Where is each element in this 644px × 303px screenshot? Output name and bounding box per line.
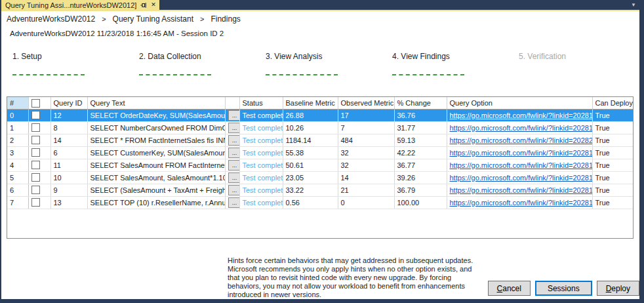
cell-checkbox[interactable] xyxy=(28,146,50,159)
cell-status[interactable]: Test complete xyxy=(239,159,283,171)
column-header-baseline[interactable]: Baseline Metric xyxy=(283,97,338,109)
table-row[interactable]: 012SELECT OrderDateKey, SUM(SalesAmount)… xyxy=(7,109,634,121)
cell-pct-change[interactable]: 100.00 xyxy=(394,196,447,209)
cell-checkbox[interactable] xyxy=(28,171,50,184)
column-header-deploy[interactable]: Can Deploy xyxy=(592,97,634,109)
query-option-link[interactable]: https://go.microsoft.com/fwlink/?linkid=… xyxy=(450,174,593,182)
cell-query-option[interactable]: https://go.microsoft.com/fwlink/?linkid=… xyxy=(447,159,592,171)
cell-status[interactable]: Test complete xyxy=(239,134,283,146)
column-header-check[interactable] xyxy=(28,97,50,109)
query-text-expand-button[interactable]: ... xyxy=(228,148,240,158)
query-text-expand-button[interactable]: ... xyxy=(228,135,240,146)
column-header-qtext[interactable]: Query Text xyxy=(87,97,225,109)
cell-status[interactable]: Test complete xyxy=(239,146,283,159)
query-text-expand-button[interactable]: ... xyxy=(228,185,240,195)
cell-expand[interactable]: ... xyxy=(225,159,239,171)
breadcrumb-item-findings[interactable]: Findings xyxy=(211,14,240,24)
cell-query-id[interactable]: 12 xyxy=(50,109,87,121)
row-checkbox[interactable] xyxy=(31,148,40,157)
row-checkbox[interactable] xyxy=(31,136,40,144)
sessions-button[interactable]: Sessions xyxy=(535,281,592,296)
cell-row-number[interactable]: 4 xyxy=(7,159,28,171)
row-checkbox[interactable] xyxy=(31,186,40,194)
cell-can-deploy[interactable]: True xyxy=(592,184,634,196)
table-row[interactable]: 510SELECT SalesAmount, SalesAmount*1.10 … xyxy=(7,171,634,184)
tab-list-chevron-icon[interactable]: ▼ xyxy=(628,0,639,10)
cell-pct-change[interactable]: 36.76 xyxy=(394,109,447,121)
cell-query-option[interactable]: https://go.microsoft.com/fwlink/?linkid=… xyxy=(447,121,592,134)
table-row[interactable]: 713SELECT TOP (10) r.ResellerName, r.Ann… xyxy=(7,196,634,209)
query-text-expand-button[interactable]: ... xyxy=(228,160,240,171)
column-header-ell[interactable] xyxy=(225,97,239,109)
cell-can-deploy[interactable]: True xyxy=(592,146,634,159)
cell-query-text[interactable]: SELECT SalesAmount, SalesAmount*1.10 Sal… xyxy=(87,171,225,184)
table-row[interactable]: 36SELECT CustomerKey, SUM(SalesAmount) A… xyxy=(7,146,634,159)
cell-row-number[interactable]: 0 xyxy=(7,109,28,121)
close-icon[interactable]: ✕ xyxy=(151,2,156,8)
pin-icon[interactable] xyxy=(140,2,147,9)
cell-pct-change[interactable]: 59.13 xyxy=(394,134,447,146)
cell-query-text[interactable]: SELECT CustomerKey, SUM(SalesAmount) AS … xyxy=(87,146,225,159)
cell-query-option[interactable]: https://go.microsoft.com/fwlink/?linkid=… xyxy=(447,184,592,196)
cell-query-text[interactable]: SELECT * FROM FactInternetSales fis INNE… xyxy=(87,134,225,146)
cell-observed-metric[interactable]: 32 xyxy=(338,159,394,171)
table-row[interactable]: 69SELECT (SalesAmount + TaxAmt + Freight… xyxy=(7,184,634,196)
table-row[interactable]: 411SELECT SalesAmount FROM FactInternetS… xyxy=(7,159,634,171)
cell-query-id[interactable]: 13 xyxy=(50,196,87,209)
cell-observed-metric[interactable]: 17 xyxy=(338,109,394,121)
column-header-pct[interactable]: % Change xyxy=(394,97,447,109)
cell-observed-metric[interactable]: 14 xyxy=(338,171,394,184)
row-checkbox[interactable] xyxy=(31,173,40,182)
breadcrumb-item-database[interactable]: AdventureWorksDW2012 xyxy=(7,14,95,24)
cell-checkbox[interactable] xyxy=(28,134,50,146)
query-text-expand-button[interactable]: ... xyxy=(228,172,240,183)
cell-query-id[interactable]: 9 xyxy=(50,184,87,196)
cell-checkbox[interactable] xyxy=(28,184,50,196)
cell-baseline-metric[interactable]: 33.22 xyxy=(283,184,338,196)
query-option-link[interactable]: https://go.microsoft.com/fwlink/?linkid=… xyxy=(450,149,593,157)
cell-query-id[interactable]: 11 xyxy=(50,159,87,171)
query-option-link[interactable]: https://go.microsoft.com/fwlink/?linkid=… xyxy=(450,199,593,207)
select-all-checkbox[interactable] xyxy=(31,99,40,108)
breadcrumb-item-assistant[interactable]: Query Tuning Assistant xyxy=(113,14,193,24)
column-header-qid[interactable]: Query ID xyxy=(50,97,87,109)
cell-observed-metric[interactable]: 0 xyxy=(338,196,394,209)
cell-can-deploy[interactable]: True xyxy=(592,171,634,184)
query-option-link[interactable]: https://go.microsoft.com/fwlink/?linkid=… xyxy=(450,136,593,144)
cell-can-deploy[interactable]: True xyxy=(592,196,634,209)
cell-status[interactable]: Test complete xyxy=(239,171,283,184)
query-text-expand-button[interactable]: ... xyxy=(228,197,240,208)
cell-checkbox[interactable] xyxy=(28,196,50,209)
query-option-link[interactable]: https://go.microsoft.com/fwlink/?linkid=… xyxy=(450,161,593,169)
cell-can-deploy[interactable]: True xyxy=(592,109,634,121)
row-checkbox[interactable] xyxy=(31,123,40,132)
cell-expand[interactable]: ... xyxy=(225,109,239,121)
cell-row-number[interactable]: 5 xyxy=(7,171,28,184)
query-text-expand-button[interactable]: ... xyxy=(228,123,240,133)
cell-row-number[interactable]: 3 xyxy=(7,146,28,159)
cell-baseline-metric[interactable]: 23.05 xyxy=(283,171,338,184)
query-option-link[interactable]: https://go.microsoft.com/fwlink/?linkid=… xyxy=(450,124,593,132)
cell-expand[interactable]: ... xyxy=(225,171,239,184)
row-checkbox[interactable] xyxy=(31,198,40,207)
query-option-link[interactable]: https://go.microsoft.com/fwlink/?linkid=… xyxy=(450,111,593,119)
cell-status[interactable]: Test complete xyxy=(239,184,283,196)
cell-row-number[interactable]: 7 xyxy=(7,196,28,209)
cell-status[interactable]: Test complete xyxy=(239,196,283,209)
cell-observed-metric[interactable]: 32 xyxy=(338,146,394,159)
table-row[interactable]: 18SELECT NumberCarsOwned FROM DimCustom.… xyxy=(7,121,634,134)
cell-expand[interactable]: ... xyxy=(225,146,239,159)
cell-row-number[interactable]: 6 xyxy=(7,184,28,196)
query-option-link[interactable]: https://go.microsoft.com/fwlink/?linkid=… xyxy=(450,186,593,194)
cell-query-id[interactable]: 6 xyxy=(50,146,87,159)
cell-baseline-metric[interactable]: 0.56 xyxy=(283,196,338,209)
cell-query-text[interactable]: SELECT (SalesAmount + TaxAmt + Freight) … xyxy=(87,184,225,196)
cell-query-option[interactable]: https://go.microsoft.com/fwlink/?linkid=… xyxy=(447,146,592,159)
cell-baseline-metric[interactable]: 50.61 xyxy=(283,159,338,171)
cell-query-text[interactable]: SELECT SalesAmount FROM FactInternetSale… xyxy=(87,159,225,171)
column-header-status[interactable]: Status xyxy=(239,97,283,109)
cell-query-id[interactable]: 10 xyxy=(50,171,87,184)
column-header-option[interactable]: Query Option xyxy=(447,97,592,109)
cell-checkbox[interactable] xyxy=(28,159,50,171)
row-checkbox[interactable] xyxy=(31,161,40,169)
